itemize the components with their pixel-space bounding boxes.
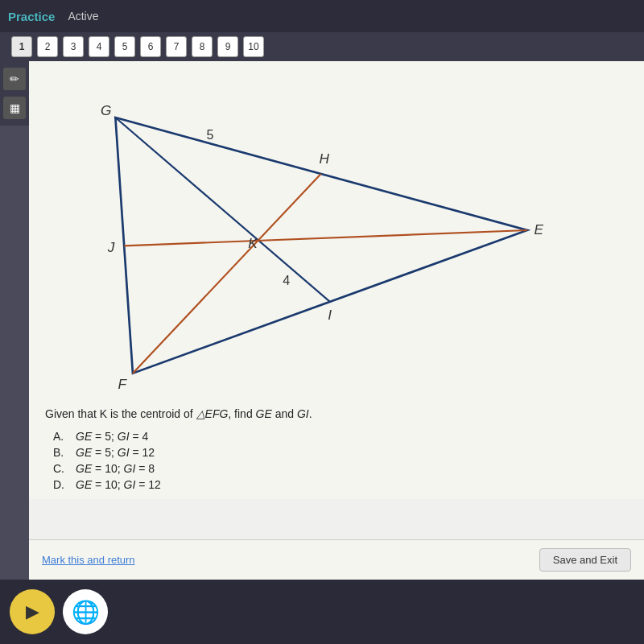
question-num-5[interactable]: 5 xyxy=(114,36,135,57)
label-J: J xyxy=(107,239,115,255)
question-num-1[interactable]: 1 xyxy=(11,36,32,57)
label-H: H xyxy=(319,151,329,167)
question-area: Given that K is the centroid of △EFG, fi… xyxy=(29,399,644,499)
app-title: Practice xyxy=(8,10,55,23)
calculator-button[interactable]: ▦ xyxy=(3,97,26,119)
option-B[interactable]: B. GE = 5; GI = 12 xyxy=(53,446,628,459)
pencil-icon: ✏ xyxy=(10,72,19,85)
calculator-icon: ▦ xyxy=(10,101,20,114)
option-D-text: GE = 10; GI = 12 xyxy=(76,478,161,491)
main-content: G E F H I J K 5 4 Given that K is the ce… xyxy=(29,61,644,580)
question-num-8[interactable]: 8 xyxy=(192,36,213,57)
option-D-label: D. xyxy=(53,478,68,491)
segment-label-4: 4 xyxy=(283,273,290,287)
question-num-2[interactable]: 2 xyxy=(37,36,58,57)
mark-return-link[interactable]: Mark this and return xyxy=(42,554,135,566)
chrome-button[interactable]: 🌐 xyxy=(63,589,108,634)
top-bar: Practice Active xyxy=(0,0,644,32)
geometry-diagram: G E F H I J K 5 4 xyxy=(29,61,644,399)
option-A-label: A. xyxy=(53,430,68,443)
question-text: Given that K is the centroid of △EFG, fi… xyxy=(45,407,628,420)
option-C-text: GE = 10; GI = 8 xyxy=(76,462,155,475)
pencil-button[interactable]: ✏ xyxy=(3,68,26,90)
label-I: I xyxy=(328,307,332,323)
option-D[interactable]: D. GE = 10; GI = 12 xyxy=(53,478,628,491)
option-A[interactable]: A. GE = 5; GI = 4 xyxy=(53,430,628,443)
question-num-10[interactable]: 10 xyxy=(243,36,264,57)
option-B-text: GE = 5; GI = 12 xyxy=(76,446,155,459)
question-number-bar: 1 2 3 4 5 6 7 8 9 10 xyxy=(0,32,644,61)
left-toolbar: ✏ ▦ xyxy=(0,61,29,126)
svg-line-3 xyxy=(133,174,321,374)
bottom-bar: Mark this and return Save and Exit xyxy=(29,539,644,580)
label-E: E xyxy=(535,221,544,237)
question-num-3[interactable]: 3 xyxy=(63,36,84,57)
svg-line-1 xyxy=(115,118,330,302)
diagram-area: G E F H I J K 5 4 xyxy=(29,61,644,399)
option-C-label: C. xyxy=(53,462,68,475)
segment-label-5: 5 xyxy=(206,127,213,142)
play-icon: ▶ xyxy=(26,601,39,622)
play-button[interactable]: ▶ xyxy=(10,589,55,634)
label-F: F xyxy=(118,376,128,392)
taskbar: ▶ 🌐 xyxy=(0,580,644,644)
option-B-label: B. xyxy=(53,446,68,459)
option-A-text: GE = 5; GI = 4 xyxy=(76,430,148,443)
svg-line-2 xyxy=(124,230,527,246)
question-num-7[interactable]: 7 xyxy=(166,36,187,57)
label-G: G xyxy=(101,102,111,118)
question-num-6[interactable]: 6 xyxy=(140,36,161,57)
app-status: Active xyxy=(68,10,98,23)
label-K: K xyxy=(248,235,258,251)
chrome-icon: 🌐 xyxy=(72,599,100,625)
question-num-4[interactable]: 4 xyxy=(89,36,109,57)
save-exit-button[interactable]: Save and Exit xyxy=(539,548,631,572)
question-num-9[interactable]: 9 xyxy=(217,36,238,57)
option-C[interactable]: C. GE = 10; GI = 8 xyxy=(53,462,628,475)
answer-options: A. GE = 5; GI = 4 B. GE = 5; GI = 12 C. … xyxy=(45,430,628,491)
